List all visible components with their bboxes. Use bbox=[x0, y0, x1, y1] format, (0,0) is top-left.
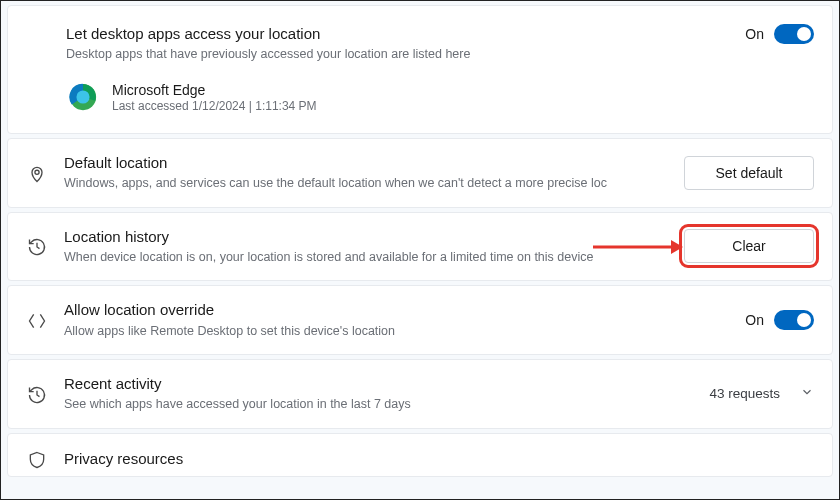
location-override-title: Allow location override bbox=[64, 300, 731, 320]
svg-point-2 bbox=[35, 170, 39, 174]
toggle-label: On bbox=[745, 312, 764, 328]
location-override-toggle[interactable]: On bbox=[745, 310, 814, 330]
location-pin-icon bbox=[24, 162, 50, 184]
toggle-switch-on bbox=[774, 24, 814, 44]
desktop-apps-subtitle: Desktop apps that have previously access… bbox=[66, 46, 731, 64]
activity-history-icon bbox=[24, 383, 50, 405]
location-history-title: Location history bbox=[64, 227, 670, 247]
app-entry-edge: Microsoft Edge Last accessed 1/12/2024 |… bbox=[68, 82, 731, 113]
override-icon bbox=[24, 309, 50, 331]
recent-activity-title: Recent activity bbox=[64, 374, 695, 394]
default-location-section: Default location Windows, apps, and serv… bbox=[7, 138, 833, 208]
svg-point-1 bbox=[76, 91, 89, 104]
privacy-resources-title: Privacy resources bbox=[64, 449, 814, 469]
privacy-resources-section[interactable]: Privacy resources bbox=[7, 433, 833, 477]
desktop-apps-location-section: Let desktop apps access your location De… bbox=[7, 5, 833, 134]
default-location-subtitle: Windows, apps, and services can use the … bbox=[64, 175, 670, 193]
location-history-subtitle: When device location is on, your locatio… bbox=[64, 249, 670, 267]
clear-button[interactable]: Clear bbox=[684, 229, 814, 263]
shield-icon bbox=[24, 448, 50, 470]
history-icon bbox=[24, 235, 50, 257]
toggle-label: On bbox=[745, 26, 764, 42]
toggle-switch-on bbox=[774, 310, 814, 330]
app-last-accessed: Last accessed 1/12/2024 | 1:11:34 PM bbox=[112, 99, 317, 113]
location-override-section: Allow location override Allow apps like … bbox=[7, 285, 833, 355]
desktop-apps-title: Let desktop apps access your location bbox=[66, 24, 731, 44]
app-name: Microsoft Edge bbox=[112, 82, 317, 98]
set-default-button[interactable]: Set default bbox=[684, 156, 814, 190]
location-history-section: Location history When device location is… bbox=[7, 212, 833, 282]
chevron-down-icon bbox=[800, 385, 814, 402]
requests-count: 43 requests bbox=[709, 386, 780, 401]
default-location-title: Default location bbox=[64, 153, 670, 173]
recent-activity-subtitle: See which apps have accessed your locati… bbox=[64, 396, 695, 414]
recent-activity-section[interactable]: Recent activity See which apps have acce… bbox=[7, 359, 833, 429]
location-override-subtitle: Allow apps like Remote Desktop to set th… bbox=[64, 323, 731, 341]
desktop-apps-toggle[interactable]: On bbox=[745, 24, 814, 44]
edge-icon bbox=[68, 82, 98, 112]
